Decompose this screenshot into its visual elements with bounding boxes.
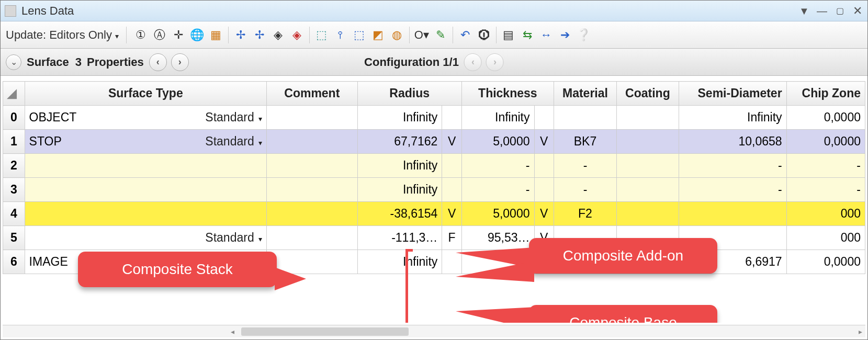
cell-radius[interactable]: Infinity [357, 154, 442, 178]
table-row[interactable]: 0OBJECTStandard ▾InfinityInfinityInfinit… [3, 106, 865, 130]
refresh-1-icon[interactable]: ① [132, 26, 150, 44]
col-chip-zone[interactable]: Chip Zone [786, 82, 865, 106]
axis-plus-1-icon[interactable]: ✢ [232, 26, 250, 44]
cell-chip-zone[interactable]: 000 [786, 202, 865, 226]
dropdown-icon[interactable]: ▼ [798, 6, 810, 16]
cell-thickness-flag[interactable]: V [534, 202, 554, 226]
cell-comment[interactable] [267, 226, 357, 250]
col-comment[interactable]: Comment [267, 82, 357, 106]
surface-type-dropdown[interactable]: Standard ▾ [205, 110, 262, 124]
cell-chip-zone[interactable]: 0,0000 [786, 130, 865, 154]
wire-add-icon[interactable]: ◈ [269, 26, 287, 44]
corner-cell[interactable]: ◢ [3, 82, 25, 106]
table-row[interactable]: 4-38,6154V5,0000VF2000 [3, 202, 865, 226]
circle-icon[interactable]: O▾ [413, 26, 431, 44]
cell-thickness-flag[interactable] [534, 178, 554, 202]
surface-type-dropdown[interactable]: Standard ▾ [205, 231, 262, 245]
swatch-icon[interactable]: ◩ [369, 26, 387, 44]
cell-comment[interactable] [267, 202, 357, 226]
col-coating[interactable]: Coating [617, 82, 679, 106]
col-thickness[interactable]: Thickness [461, 82, 554, 106]
prev-config-button[interactable]: ‹ [464, 53, 482, 71]
cell-material[interactable]: - [554, 178, 616, 202]
cell-radius[interactable]: -111,3… [357, 226, 442, 250]
prev-surface-button[interactable]: ‹ [149, 53, 167, 71]
table-row[interactable]: 3Infinity---- [3, 178, 865, 202]
col-semi-diameter[interactable]: Semi-Diameter [679, 82, 786, 106]
wire-del-icon[interactable]: ◈ [288, 26, 306, 44]
cell-comment[interactable] [267, 130, 357, 154]
expand-button[interactable]: ⌄ [6, 54, 21, 70]
toggle-icon[interactable]: ⏼ [475, 26, 493, 44]
table-row[interactable]: 1STOPStandard ▾67,7162V5,0000VBK710,0658… [3, 130, 865, 154]
undo-icon[interactable]: ↶ [456, 26, 474, 44]
cell-thickness-flag[interactable] [534, 154, 554, 178]
cell-material[interactable] [554, 106, 616, 130]
cell-surface-type[interactable] [25, 154, 266, 178]
cell-surface-type[interactable]: OBJECTStandard ▾ [25, 106, 266, 130]
cell-comment[interactable] [267, 154, 357, 178]
cell-material[interactable]: F2 [554, 202, 616, 226]
surface-type-dropdown[interactable]: Standard ▾ [205, 134, 262, 149]
update-mode-dropdown[interactable]: Update: Editors Only ▾ [6, 28, 119, 42]
cell-thickness[interactable]: - [461, 178, 534, 202]
cell-radius[interactable]: Infinity [357, 106, 442, 130]
cell-surface-type[interactable] [25, 202, 266, 226]
col-radius[interactable]: Radius [357, 82, 461, 106]
maximize-button[interactable]: ▢ [834, 7, 846, 15]
scroll-right-icon[interactable]: ▸ [859, 327, 862, 336]
cell-radius-flag[interactable]: V [442, 130, 461, 154]
cell-chip-zone[interactable]: 000 [786, 226, 865, 250]
cell-radius-flag[interactable]: F [442, 226, 461, 250]
cell-thickness[interactable]: 5,0000 [461, 202, 534, 226]
next-surface-button[interactable]: › [171, 53, 189, 71]
cell-semi-diameter[interactable]: - [679, 178, 786, 202]
cell-chip-zone[interactable]: 0,0000 [786, 250, 865, 274]
close-button[interactable]: ✕ [852, 5, 863, 17]
row-number[interactable]: 2 [3, 154, 25, 178]
cell-radius[interactable]: 67,7162 [357, 130, 442, 154]
lens-2-icon[interactable]: ⫯ [332, 26, 350, 44]
cell-surface-type[interactable]: STOPStandard ▾ [25, 130, 266, 154]
cell-coating[interactable] [617, 202, 679, 226]
cell-semi-diameter[interactable]: - [679, 154, 786, 178]
cell-semi-diameter[interactable]: Infinity [679, 106, 786, 130]
table-row[interactable]: 2Infinity---- [3, 154, 865, 178]
cell-thickness[interactable]: 95,53… [461, 226, 534, 250]
horizontal-scrollbar[interactable]: ◂ ▸ [3, 325, 865, 337]
scroll-thumb[interactable] [241, 327, 409, 336]
next-config-button[interactable]: › [486, 53, 504, 71]
scroll-left-icon[interactable]: ◂ [231, 327, 234, 336]
help-icon[interactable]: ❔ [575, 26, 593, 44]
cell-chip-zone[interactable]: - [786, 154, 865, 178]
row-number[interactable]: 1 [3, 130, 25, 154]
cell-surface-type[interactable] [25, 178, 266, 202]
cell-coating[interactable] [617, 106, 679, 130]
swap-icon[interactable]: ⇆ [518, 26, 536, 44]
minimize-button[interactable]: — [816, 6, 828, 16]
chart-icon[interactable]: ▦ [207, 26, 225, 44]
cell-thickness[interactable]: Infinity [461, 106, 534, 130]
highlight-icon[interactable]: ✎ [432, 26, 449, 44]
cell-comment[interactable] [267, 178, 357, 202]
cell-coating[interactable] [617, 178, 679, 202]
lens-3-icon[interactable]: ⬚ [351, 26, 368, 44]
cell-thickness-flag[interactable]: V [534, 130, 554, 154]
cell-chip-zone[interactable]: 0,0000 [786, 106, 865, 130]
globe-2-icon[interactable]: ◍ [388, 26, 406, 44]
row-number[interactable]: 5 [3, 226, 25, 250]
cell-radius[interactable]: Infinity [357, 250, 442, 274]
fit-icon[interactable]: ↔ [537, 26, 555, 44]
lens-1-icon[interactable]: ⬚ [313, 26, 331, 44]
cell-radius-flag[interactable] [442, 154, 461, 178]
cell-coating[interactable] [617, 154, 679, 178]
axis-plus-2-icon[interactable]: ✢ [251, 26, 268, 44]
cell-surface-type[interactable]: Standard ▾ [25, 226, 266, 250]
cell-radius-flag[interactable] [442, 178, 461, 202]
crosshair-icon[interactable]: ✛ [170, 26, 187, 44]
cell-radius-flag[interactable] [442, 106, 461, 130]
row-number[interactable]: 4 [3, 202, 25, 226]
row-number[interactable]: 6 [3, 250, 25, 274]
cell-radius[interactable]: -38,6154 [357, 202, 442, 226]
col-material[interactable]: Material [554, 82, 616, 106]
